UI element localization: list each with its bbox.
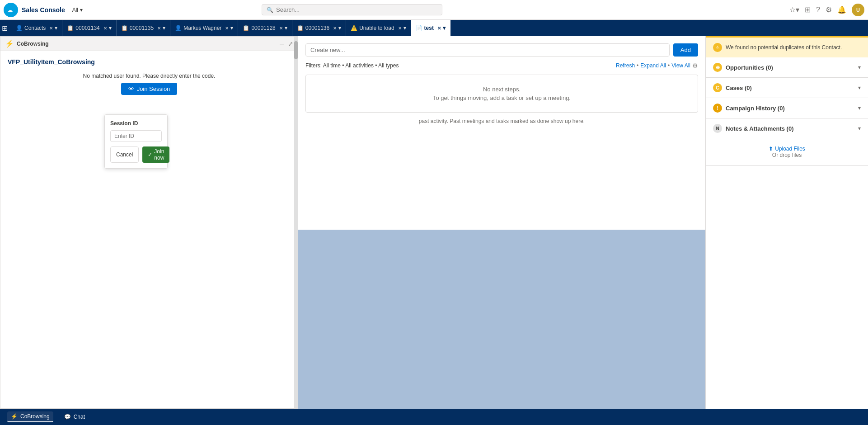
refresh-link[interactable]: Refresh: [616, 62, 635, 69]
campaign-history-title-row: ! Campaign History (0): [713, 104, 785, 113]
eye-icon: 👁: [128, 85, 134, 92]
cases-header[interactable]: C Cases (0) ▾: [706, 78, 868, 98]
contacts-tab-icon: 👤: [16, 25, 23, 31]
unable-tab-chevron[interactable]: ▾: [404, 25, 406, 31]
00001134-tab-label: 00001134: [75, 25, 99, 31]
search-icon: 🔍: [267, 7, 273, 13]
notifications-icon[interactable]: 🔔: [837, 5, 846, 14]
00001135-tab-close[interactable]: ✕: [157, 26, 161, 31]
bottom-bar: ⚡ CoBrowsing 💬 Chat: [0, 409, 868, 425]
cancel-button[interactable]: Cancel: [110, 146, 139, 163]
00001135-tab-label: 00001135: [130, 25, 154, 31]
cobrowsing-minimize-button[interactable]: ─: [280, 40, 284, 47]
search-bar: 🔍: [262, 4, 442, 15]
create-new-input[interactable]: [305, 43, 670, 57]
search-scope[interactable]: All ▾: [72, 7, 83, 13]
notes-label: Notes & Attachments (0): [726, 125, 793, 132]
session-id-dropdown: Session ID Cancel ✓ Join now: [104, 114, 168, 169]
notes-header[interactable]: N Notes & Attachments (0) ▾: [706, 118, 868, 138]
view-all-link[interactable]: View All: [671, 62, 690, 69]
00001128-tab-chevron[interactable]: ▾: [285, 25, 287, 31]
campaign-chevron-icon: ▾: [858, 105, 861, 111]
tab-unable-to-load[interactable]: ⚠️ Unable to load ✕ ▾: [346, 20, 411, 36]
expand-all-link[interactable]: Expand All: [640, 62, 666, 69]
markus-tab-close[interactable]: ✕: [225, 26, 229, 31]
opportunities-label: Opportunities (0): [726, 64, 773, 71]
00001136-tab-icon: 📋: [297, 25, 304, 31]
upload-area: ⬆ Upload Files Or drop files: [706, 138, 868, 165]
opportunities-header[interactable]: ⊕ Opportunities (0) ▾: [706, 57, 868, 77]
00001128-tab-icon: 📋: [243, 25, 249, 31]
tab-test[interactable]: 📄 test ✕ ▾: [411, 20, 450, 36]
cobrowsing-controls: ─ ⤢: [280, 40, 293, 47]
duplicate-icon: ⚠: [713, 43, 722, 52]
campaign-history-header[interactable]: ! Campaign History (0) ▾: [706, 98, 868, 118]
center-area: Add Filters: All time • All activities •…: [298, 36, 705, 409]
test-tab-icon: 📄: [416, 25, 422, 31]
00001134-tab-close[interactable]: ✕: [103, 26, 107, 31]
join-now-button[interactable]: ✓ Join now: [142, 146, 169, 163]
gear-filter-icon[interactable]: ⚙: [692, 62, 698, 69]
bottom-chat-icon: 💬: [64, 414, 71, 420]
filters-text: Filters: All time • All activities • All…: [305, 62, 399, 69]
search-input[interactable]: [276, 6, 437, 13]
tab-00001136[interactable]: 📋 00001136 ✕ ▾: [292, 20, 346, 36]
campaign-history-section: ! Campaign History (0) ▾: [706, 98, 868, 118]
tab-markus-wagner[interactable]: 👤 Markus Wagner ✕ ▾: [170, 20, 238, 36]
cobrowsing-title: CoBrowsing: [17, 41, 49, 47]
right-panel: ⚠ We found no potential duplicates of th…: [705, 36, 868, 409]
session-id-input[interactable]: [110, 130, 162, 142]
test-tab-label: test: [424, 25, 434, 31]
test-tab-close[interactable]: ✕: [437, 26, 441, 31]
00001128-tab-label: 00001128: [251, 25, 275, 31]
00001134-tab-chevron[interactable]: ▾: [109, 25, 112, 31]
unable-tab-close[interactable]: ✕: [398, 26, 402, 31]
avatar[interactable]: U: [852, 4, 864, 16]
tab-contacts[interactable]: 👤 Contacts ✕ ▾: [11, 20, 62, 36]
scroll-indicator[interactable]: [294, 37, 298, 408]
contacts-tab-label: Contacts: [24, 25, 46, 31]
top-nav-bar: ☁ Sales Console All ▾ 🔍 ☆▾ ⊞ ? ⚙ 🔔 U: [0, 0, 868, 20]
contacts-tab-chevron[interactable]: ▾: [55, 25, 57, 31]
upload-files-label: Upload Files: [775, 146, 805, 152]
blue-background-area: [298, 230, 705, 409]
salesforce-logo: ☁: [4, 3, 18, 17]
00001135-tab-chevron[interactable]: ▾: [163, 25, 165, 31]
00001136-tab-chevron[interactable]: ▾: [338, 25, 341, 31]
favorites-icon[interactable]: ☆▾: [789, 5, 799, 14]
main-layout: ⚡ CoBrowsing ─ ⤢ VFP_UtilityItem_CoBrows…: [0, 36, 868, 409]
00001134-tab-icon: 📋: [67, 25, 74, 31]
join-session-label: Join Session: [137, 85, 170, 92]
cases-title-row: C Cases (0): [713, 83, 752, 92]
no-match-text: No matched user found. Please directly e…: [8, 73, 291, 79]
app-name: Sales Console: [22, 6, 65, 14]
markus-tab-icon: 👤: [175, 25, 182, 31]
grid-nav-icon[interactable]: ⊞: [2, 24, 8, 33]
activity-section: Add Filters: All time • All activities •…: [298, 36, 705, 230]
contacts-tab-close[interactable]: ✕: [49, 26, 53, 31]
bottom-cobrowsing-item[interactable]: ⚡ CoBrowsing: [7, 411, 53, 422]
add-button[interactable]: Add: [673, 43, 698, 57]
bottom-chat-item[interactable]: 💬 Chat: [61, 412, 89, 422]
duplicate-text: We found no potential duplicates of this…: [726, 44, 842, 51]
tab-00001134[interactable]: 📋 00001134 ✕ ▾: [62, 20, 116, 36]
notes-icon: N: [713, 124, 722, 133]
past-activity-text: past activity. Past meetings and tasks m…: [305, 118, 698, 124]
setup-icon[interactable]: ⚙: [826, 5, 832, 14]
test-tab-chevron[interactable]: ▾: [443, 25, 446, 31]
tab-00001135[interactable]: 📋 00001135 ✕ ▾: [117, 20, 170, 36]
upload-files-button[interactable]: ⬆ Upload Files: [769, 146, 805, 152]
apps-grid-icon[interactable]: ⊞: [805, 5, 811, 14]
tab-00001128[interactable]: 📋 00001128 ✕ ▾: [238, 20, 292, 36]
00001128-tab-close[interactable]: ✕: [279, 26, 283, 31]
cobrowsing-maximize-button[interactable]: ⤢: [288, 40, 293, 47]
00001136-tab-close[interactable]: ✕: [333, 26, 337, 31]
markus-tab-chevron[interactable]: ▾: [230, 25, 233, 31]
opportunities-section: ⊕ Opportunities (0) ▾: [706, 57, 868, 78]
unable-tab-label: Unable to load: [359, 25, 394, 31]
cases-icon: C: [713, 83, 722, 92]
help-icon[interactable]: ?: [816, 6, 820, 14]
cobrowsing-content: VFP_UtilityItem_CoBrowsing No matched us…: [0, 51, 298, 108]
join-session-button[interactable]: 👁 Join Session: [121, 83, 178, 95]
no-steps-title: No next steps.: [315, 86, 689, 93]
